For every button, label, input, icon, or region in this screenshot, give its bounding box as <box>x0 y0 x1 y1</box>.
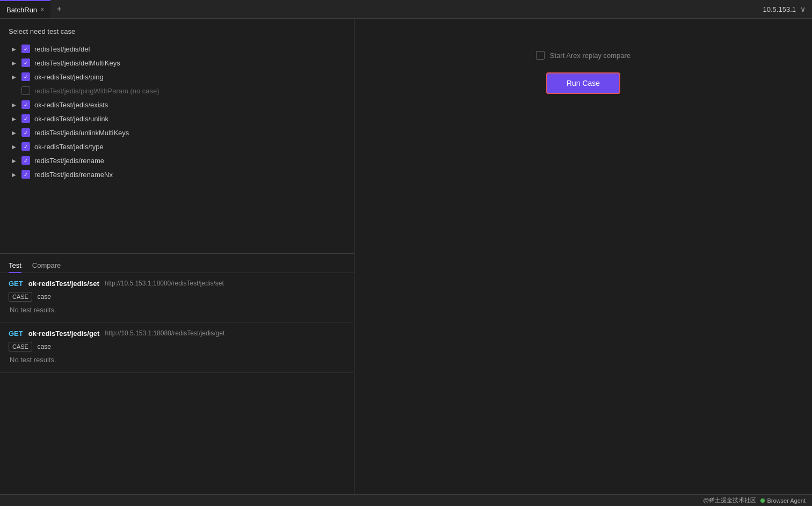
checkbox-3[interactable]: ✓ <box>21 72 30 81</box>
item-label: ok-redisTest/jedis/unlink <box>34 115 108 123</box>
result-header-1: GET ok-redisTest/jedis/set http://10.5.1… <box>9 280 345 288</box>
endpoint-name: ok-redisTest/jedis/set <box>28 280 99 288</box>
no-results-text-2: No test results. <box>10 356 345 364</box>
list-item[interactable]: ▶ redisTest/jedis/pingWithParam (no case… <box>9 84 345 98</box>
arex-row: Start Arex replay compare <box>536 51 630 60</box>
result-block-2: GET ok-redisTest/jedis/get http://10.5.1… <box>0 323 354 373</box>
item-label: redisTest/jedis/unlinkMultiKeys <box>34 129 129 137</box>
method-badge-2: GET <box>9 329 23 338</box>
item-label: redisTest/jedis/del <box>34 45 90 53</box>
arex-label: Start Arex replay compare <box>550 52 630 60</box>
case-label-2: case <box>38 343 51 350</box>
endpoint-url: http://10.5.153.1:18080/redisTest/jedis/… <box>105 280 224 287</box>
list-item[interactable]: ▶ ✓ redisTest/jedis/renameNx <box>9 167 345 181</box>
tab-close-icon[interactable]: × <box>40 6 44 13</box>
tab-compare[interactable]: Compare <box>32 258 61 273</box>
check-icon: ✓ <box>24 60 28 66</box>
expand-arrow-icon: ▶ <box>11 115 17 122</box>
expand-arrow-icon: ▶ <box>11 46 17 52</box>
results-area: GET ok-redisTest/jedis/set http://10.5.1… <box>0 273 354 495</box>
test-case-title: Select need test case <box>9 27 345 35</box>
checkbox-10[interactable]: ✓ <box>21 170 30 179</box>
server-selector[interactable]: 10.5.153.1 ∨ <box>763 5 812 13</box>
tab-label: BatchRun <box>6 6 37 14</box>
check-icon: ✓ <box>24 130 28 136</box>
item-label: redisTest/jedis/delMultiKeys <box>34 59 120 67</box>
list-item[interactable]: ▶ ✓ ok-redisTest/jedis/unlink <box>9 112 345 126</box>
left-panel: Select need test case ▶ ✓ redisTest/jedi… <box>0 19 354 494</box>
add-tab-button[interactable]: + <box>52 2 67 17</box>
check-icon: ✓ <box>24 172 28 178</box>
server-address: 10.5.153.1 <box>763 5 796 13</box>
endpoint-name-2: ok-redisTest/jedis/get <box>28 329 100 338</box>
check-icon: ✓ <box>24 74 28 80</box>
checkbox-9[interactable]: ✓ <box>21 156 30 165</box>
check-icon: ✓ <box>24 144 28 150</box>
agent-label: Browser Agent <box>767 497 806 504</box>
footer: @稀土掘金技术社区 Browser Agent <box>0 494 812 506</box>
list-item[interactable]: ▶ ✓ ok-redisTest/jedis/ping <box>9 70 345 84</box>
footer-agent: Browser Agent <box>760 497 806 504</box>
endpoint-url-2: http://10.5.153.1:18080/redisTest/jedis/… <box>105 329 224 337</box>
run-case-button[interactable]: Run Case <box>546 72 620 94</box>
status-dot-icon <box>760 498 765 503</box>
right-panel: Start Arex replay compare Run Case <box>354 19 812 494</box>
check-icon: ✓ <box>24 158 28 164</box>
checkbox-4[interactable] <box>21 86 30 95</box>
case-label-1: case <box>38 293 51 300</box>
no-results-text-1: No test results. <box>10 306 345 314</box>
arex-checkbox[interactable] <box>536 51 545 60</box>
test-case-list: Select need test case ▶ ✓ redisTest/jedi… <box>0 19 354 253</box>
result-header-2: GET ok-redisTest/jedis/get http://10.5.1… <box>9 329 345 338</box>
check-icon: ✓ <box>24 46 28 52</box>
main-content: Select need test case ▶ ✓ redisTest/jedi… <box>0 19 812 494</box>
checkbox-7[interactable]: ✓ <box>21 128 30 137</box>
batchrun-tab[interactable]: BatchRun × <box>0 0 50 18</box>
case-badge-1[interactable]: CASE <box>9 292 32 302</box>
method-badge: GET <box>9 280 23 288</box>
checkbox-5[interactable]: ✓ <box>21 100 30 109</box>
list-item[interactable]: ▶ ✓ ok-redisTest/jedis/type <box>9 140 345 153</box>
expand-arrow-icon: ▶ <box>11 101 17 108</box>
footer-brand: @稀土掘金技术社区 <box>703 496 756 504</box>
result-block-1: GET ok-redisTest/jedis/set http://10.5.1… <box>0 273 354 323</box>
list-item[interactable]: ▶ ✓ redisTest/jedis/rename <box>9 153 345 167</box>
item-label: ok-redisTest/jedis/exists <box>34 101 108 109</box>
expand-arrow-icon: ▶ <box>11 143 17 150</box>
checkbox-8[interactable]: ✓ <box>21 142 30 151</box>
expand-arrow-icon: ▶ <box>11 60 17 66</box>
item-label: redisTest/jedis/rename <box>34 157 104 165</box>
checkbox-6[interactable]: ✓ <box>21 114 30 123</box>
list-item[interactable]: ▶ ✓ redisTest/jedis/unlinkMultiKeys <box>9 126 345 140</box>
expand-arrow-icon: ▶ <box>11 74 17 80</box>
item-label: redisTest/jedis/renameNx <box>34 171 113 179</box>
list-item[interactable]: ▶ ✓ redisTest/jedis/del <box>9 42 345 56</box>
tab-test[interactable]: Test <box>9 258 21 273</box>
check-icon: ✓ <box>24 116 28 122</box>
tab-bar: BatchRun × + 10.5.153.1 ∨ <box>0 0 812 19</box>
bottom-tabs: Test Compare <box>0 254 354 273</box>
list-item[interactable]: ▶ ✓ ok-redisTest/jedis/exists <box>9 98 345 112</box>
item-label-dim: redisTest/jedis/pingWithParam (no case) <box>34 87 160 95</box>
expand-arrow-icon: ▶ <box>11 171 17 178</box>
list-item[interactable]: ▶ ✓ redisTest/jedis/delMultiKeys <box>9 56 345 70</box>
checkbox-1[interactable]: ✓ <box>21 45 30 53</box>
expand-arrow-icon: ▶ <box>11 129 17 136</box>
expand-arrow-icon: ▶ <box>11 157 17 164</box>
item-label: ok-redisTest/jedis/type <box>34 143 104 151</box>
item-label: ok-redisTest/jedis/ping <box>34 73 104 81</box>
case-badge-2[interactable]: CASE <box>9 342 32 351</box>
chevron-down-icon: ∨ <box>800 5 806 13</box>
check-icon: ✓ <box>24 102 28 108</box>
checkbox-2[interactable]: ✓ <box>21 58 30 67</box>
